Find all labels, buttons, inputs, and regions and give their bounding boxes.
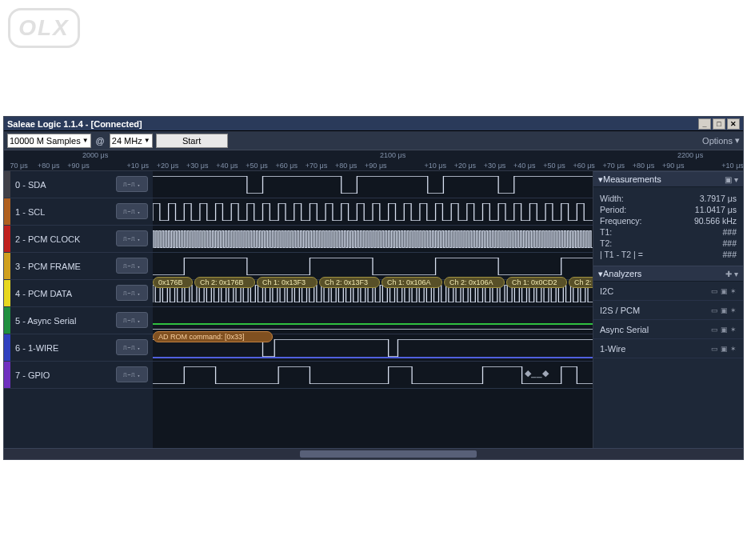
add-analyzer-icon[interactable]: ✚ ▾ [725, 270, 738, 278]
minimize-button[interactable]: _ [698, 118, 711, 130]
pcm-decode-bubble[interactable]: Ch 2: 0x13F3 [319, 277, 380, 288]
waveform-lane[interactable]: 0x176BCh 2: 0x176BCh 1: 0x13F3Ch 2: 0x13… [153, 280, 593, 307]
waveform-lane[interactable]: ◆⎯⎯◆ [153, 362, 593, 389]
analyzer-eye-icon[interactable]: ▭ [711, 345, 718, 353]
analyzer-name: Async Serial [600, 325, 649, 334]
measurements-header[interactable]: ▾ Measurements ▣ ▾ [593, 171, 743, 187]
channel-label[interactable]: 6 - 1-WIRE [10, 334, 116, 361]
channel-label[interactable]: 1 - SCL [10, 198, 116, 225]
channel-label[interactable]: 5 - Async Serial [10, 307, 116, 334]
timing-cursor-icon[interactable]: ◆⎯⎯◆ [525, 368, 549, 378]
waveform-trace [153, 230, 593, 248]
channel-color-swatch [4, 362, 10, 388]
ruler-major: 2000 μs [82, 151, 108, 159]
pcm-decode-bubble[interactable]: Ch 2: 0x176B [194, 277, 255, 288]
measurement-value: ### [722, 238, 737, 248]
pcm-decode-bubble[interactable]: Ch 2: 0x0CD2 [569, 277, 593, 288]
analyzer-row[interactable]: Async Serial▭▣✶ [593, 320, 743, 339]
waveform-lane[interactable]: SRead [0x41]0x0F + NAK0x0F + ACKP [153, 171, 593, 198]
analyzer-row[interactable]: I2S / PCM▭▣✶ [593, 301, 743, 320]
analyzer-eye-icon[interactable]: ▭ [711, 306, 718, 314]
analyzer-export-icon[interactable]: ▣ [721, 345, 728, 353]
trigger-button[interactable]: ⎍‒⎍ ▾ [116, 339, 148, 355]
waveform-lane[interactable] [153, 198, 593, 226]
scrollbar-thumb[interactable] [300, 450, 477, 458]
ruler-minor: +40 μs [212, 162, 242, 170]
time-ruler[interactable]: 70 μs+80 μs+90 μs+10 μs+20 μs+30 μs+40 μ… [4, 150, 743, 171]
analyzer-name: 1-Wire [600, 344, 625, 354]
channel-label[interactable]: 7 - GPIO [10, 362, 116, 388]
options-menu[interactable]: Options ▾ [702, 135, 740, 146]
analyzer-row[interactable]: I2C▭▣✶ [593, 282, 743, 301]
waveform-lane[interactable]: AD ROM command: [0x33] [153, 334, 593, 362]
onewire-decode-bubble[interactable]: AD ROM command: [0x33] [153, 331, 273, 342]
analyzer-export-icon[interactable]: ▣ [721, 287, 728, 295]
trigger-button[interactable]: ⎍‒⎍ ▾ [116, 176, 148, 192]
dropdown-icon: ▼ [144, 137, 150, 144]
dropdown-icon: ▼ [82, 137, 89, 144]
measurement-row: | T1 - T2 | =### [600, 250, 737, 259]
trigger-button[interactable]: ⎍‒⎍ ▾ [116, 366, 148, 382]
window-buttons: _ □ ✕ [698, 118, 740, 130]
channel-row: 7 - GPIO⎍‒⎍ ▾ [4, 362, 153, 389]
gear-icon[interactable]: ✶ [730, 345, 737, 353]
start-button[interactable]: Start [156, 134, 228, 148]
ruler-minor: +50 μs [539, 162, 569, 170]
analyzer-export-icon[interactable]: ▣ [721, 326, 728, 334]
analyzer-name: I2C [600, 286, 613, 296]
ruler-minor: +20 μs [450, 162, 480, 170]
close-button[interactable]: ✕ [727, 118, 740, 130]
waveform-lane[interactable] [153, 226, 593, 253]
measurement-value: 11.0417 μs [695, 205, 737, 214]
ruler-minor: +30 μs [182, 162, 212, 170]
trigger-button[interactable]: ⎍‒⎍ ▾ [116, 312, 148, 328]
pcm-decode-bubble[interactable]: 0x176B [153, 277, 193, 288]
channel-label[interactable]: 2 - PCM CLOCK [10, 226, 116, 252]
trigger-button[interactable]: ⎍‒⎍ ▾ [116, 258, 148, 274]
analyzer-controls: ▭▣✶ [711, 345, 737, 353]
waveform-trace [153, 176, 593, 194]
channel-label[interactable]: 3 - PCM FRAME [10, 253, 116, 279]
measurement-row: T1:### [600, 227, 737, 237]
ruler-minor: +80 μs [331, 162, 361, 170]
channel-row: 5 - Async Serial⎍‒⎍ ▾ [4, 307, 153, 334]
analyzer-controls: ▭▣✶ [711, 306, 737, 314]
samples-select[interactable]: 10000 M Samples ▼ [7, 134, 91, 148]
gear-icon[interactable]: ✶ [730, 287, 737, 295]
gear-icon[interactable]: ✶ [730, 326, 737, 334]
channel-label[interactable]: 0 - SDA [10, 171, 116, 198]
channel-color-swatch [4, 253, 10, 279]
analyzer-eye-icon[interactable]: ▭ [711, 287, 718, 295]
ruler-minor: +10 μs [123, 162, 153, 170]
app-window: Saleae Logic 1.1.4 - [Connected] _ □ ✕ 1… [3, 116, 744, 460]
measurement-row: Width:3.7917 μs [600, 194, 737, 203]
analyzer-eye-icon[interactable]: ▭ [711, 326, 718, 334]
waveform-area[interactable]: SRead [0x41]0x0F + NAK0x0F + ACKP0x176BC… [153, 171, 593, 448]
analyzers-header[interactable]: ▾ Analyzers ✚ ▾ [593, 266, 743, 282]
measurement-key: T2: [600, 238, 656, 248]
waveform-lane[interactable] [153, 307, 593, 334]
waveform-trace [153, 312, 593, 330]
pcm-decode-bubble[interactable]: Ch 1: 0x13F3 [257, 277, 318, 288]
ruler-minor: +70 μs [599, 162, 629, 170]
rate-select[interactable]: 24 MHz ▼ [110, 134, 153, 148]
channel-row: 0 - SDA⎍‒⎍ ▾ [4, 171, 153, 198]
maximize-button[interactable]: □ [713, 118, 725, 130]
ruler-minor: +10 μs [421, 162, 450, 170]
ruler-minor: +40 μs [509, 162, 539, 170]
pcm-decode-bubble[interactable]: Ch 2: 0x106A [444, 277, 505, 288]
analyzer-controls: ▭▣✶ [711, 326, 737, 334]
horizontal-scrollbar[interactable] [4, 448, 743, 459]
trigger-button[interactable]: ⎍‒⎍ ▾ [116, 230, 148, 246]
gear-icon[interactable]: ▣ ▾ [725, 175, 738, 184]
waveform-lane[interactable] [153, 253, 593, 280]
analyzer-export-icon[interactable]: ▣ [721, 306, 728, 314]
channel-label[interactable]: 4 - PCM DATA [10, 280, 116, 306]
trigger-button[interactable]: ⎍‒⎍ ▾ [116, 203, 148, 219]
trigger-button[interactable]: ⎍‒⎍ ▾ [116, 285, 148, 301]
analyzer-row[interactable]: 1-Wire▭▣✶ [593, 339, 743, 358]
gear-icon[interactable]: ✶ [730, 306, 737, 314]
samples-value: 10000 M Samples [10, 136, 81, 146]
pcm-decode-bubble[interactable]: Ch 1: 0x106A [381, 277, 442, 288]
pcm-decode-bubble[interactable]: Ch 1: 0x0CD2 [506, 277, 567, 288]
